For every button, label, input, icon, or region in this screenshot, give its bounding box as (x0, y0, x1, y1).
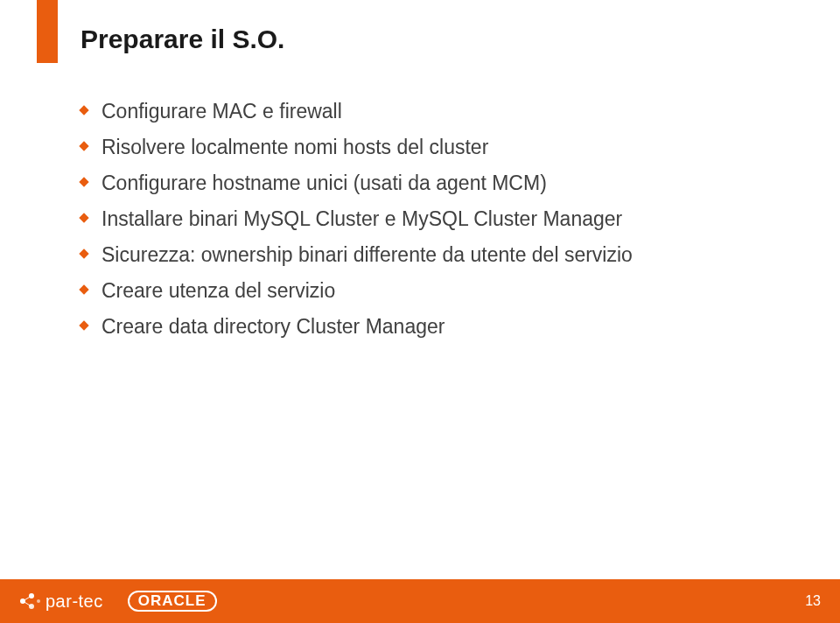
bullet-text: Creare data directory Cluster Manager (102, 315, 444, 338)
partec-logo-icon (19, 591, 40, 612)
bullet-list: Configurare MAC e firewall Risolvere loc… (80, 98, 763, 340)
bullet-text: Creare utenza del servizio (102, 279, 335, 302)
list-item: Configurare hostname unici (usati da age… (80, 170, 763, 197)
list-item: Risolvere localmente nomi hosts del clus… (80, 134, 763, 161)
partec-logo: par-tec (19, 591, 103, 612)
bullet-icon (79, 285, 88, 295)
oracle-logo: ORACLE (128, 591, 217, 612)
list-item: Installare binari MySQL Cluster e MySQL … (80, 206, 763, 233)
bullet-icon (79, 141, 88, 150)
bullet-text: Installare binari MySQL Cluster e MySQL … (102, 207, 622, 230)
bullet-icon (79, 249, 88, 259)
svg-line-4 (23, 596, 32, 601)
list-item: Creare data directory Cluster Manager (80, 313, 763, 340)
accent-bar (37, 0, 58, 63)
bullet-icon (79, 321, 88, 331)
page-number: 13 (805, 593, 821, 609)
slide-title: Preparare il S.O. (80, 24, 284, 54)
bullet-icon (79, 213, 88, 222)
bullet-text: Configurare MAC e firewall (102, 100, 342, 122)
svg-line-5 (23, 601, 32, 606)
content-area: Configurare MAC e firewall Risolvere loc… (80, 98, 763, 349)
svg-point-3 (37, 599, 40, 603)
list-item: Configurare MAC e firewall (80, 98, 763, 125)
bullet-text: Configurare hostname unici (usati da age… (102, 172, 547, 194)
bullet-icon (79, 105, 88, 115)
list-item: Creare utenza del servizio (80, 277, 763, 304)
slide: Preparare il S.O. Configurare MAC e fire… (0, 0, 840, 623)
list-item: Sicurezza: ownership binari differente d… (80, 242, 763, 269)
bullet-text: Risolvere localmente nomi hosts del clus… (102, 136, 488, 158)
footer-bar: par-tec ORACLE 13 (0, 579, 840, 623)
bullet-icon (79, 177, 88, 186)
bullet-text: Sicurezza: ownership binari differente d… (102, 243, 633, 266)
partec-logo-text: par-tec (46, 592, 103, 612)
